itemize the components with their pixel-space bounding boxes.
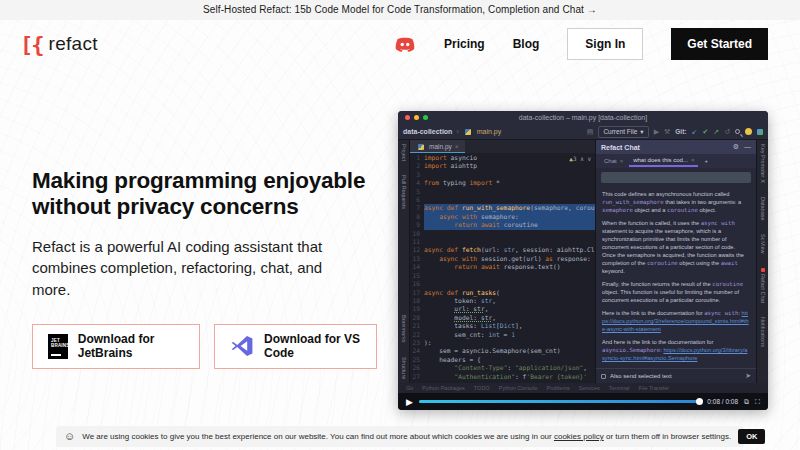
avatar[interactable] — [745, 128, 752, 135]
code-line[interactable]: 19 url: str, — [410, 305, 595, 313]
breadcrumb-project[interactable]: data-collection — [403, 128, 452, 135]
git-update-icon[interactable]: ↙ — [692, 128, 698, 136]
tool-window-button-pull-requests[interactable]: Pull Requests — [401, 175, 407, 209]
next-warning-icon[interactable]: ∨ — [587, 155, 591, 162]
run-config-dropdown[interactable]: Current File▾ — [598, 126, 648, 138]
minimize-panel-icon[interactable]: — — [744, 143, 751, 151]
tool-window-button-project[interactable]: Project — [401, 144, 407, 161]
chat-message: Here is the link to the documentation fo… — [602, 310, 750, 334]
close-icon[interactable]: × — [691, 157, 695, 163]
code-line[interactable]: 23): — [410, 339, 595, 347]
chat-input[interactable] — [601, 172, 751, 183]
tool-window-button-bookmarks[interactable]: Bookmarks — [401, 315, 407, 343]
chat-tabs: Chat×what does this cod...×+ — [596, 154, 756, 168]
code-line[interactable]: 20 model: str, — [410, 314, 595, 322]
code-line[interactable]: 15 — [410, 272, 595, 280]
tool-window-button-key-promoter-x[interactable]: Key Promoter X — [760, 144, 766, 183]
statusbar-tool-python-packages[interactable]: Python Packages — [422, 385, 465, 391]
git-rollback-icon[interactable]: ↺ — [724, 128, 730, 136]
download-jetbrains-button[interactable]: JET BRAINS Download for JetBrains — [32, 324, 200, 369]
sign-in-button[interactable]: Sign In — [567, 28, 643, 60]
git-label: Git: — [675, 128, 686, 135]
line-number: 14 — [410, 263, 424, 271]
refact-logo[interactable]: [{ refact — [20, 32, 98, 57]
search-icon[interactable] — [735, 129, 740, 134]
code-line[interactable]: 6 — [410, 196, 595, 204]
cookie-ok-button[interactable]: OK — [738, 429, 765, 444]
line-number: 19 — [410, 305, 424, 313]
code-line[interactable]: 16 — [410, 280, 595, 288]
code-line[interactable]: 18 token: str, — [410, 297, 595, 305]
tool-window-button-database[interactable]: Database — [760, 197, 766, 221]
statusbar-tool-terminal[interactable]: Terminal — [609, 385, 630, 391]
code-line[interactable]: 3 — [410, 171, 595, 179]
statusbar-tool-services[interactable]: Services — [579, 385, 600, 391]
code-line[interactable]: 1import asyncio — [410, 154, 595, 162]
git-push-icon[interactable]: ↗ — [713, 128, 719, 136]
cookies-policy-link[interactable]: cookies policy — [554, 432, 604, 441]
statusbar-tool-python-console[interactable]: Python Console — [499, 385, 538, 391]
code-line[interactable]: 21 tasks: List[Dict], — [410, 322, 595, 330]
send-icon[interactable]: ➤ — [745, 372, 751, 380]
new-chat-tab-button[interactable]: + — [704, 158, 708, 164]
code-line[interactable]: 7async def run_with_semaphore(semaphore,… — [410, 204, 595, 212]
picture-in-picture-icon[interactable]: ⧉ — [744, 398, 749, 406]
nav-blog[interactable]: Blog — [513, 37, 540, 51]
code-line[interactable]: 5 — [410, 188, 595, 196]
code-line[interactable]: 2import aiohttp — [410, 162, 595, 170]
code-line[interactable]: 10 — [410, 230, 595, 238]
code-area[interactable]: ▲3 ∧ ∨ 1import asyncio2import aiohttp3 4… — [410, 153, 595, 383]
chat-tab[interactable]: what does this cod...× — [629, 155, 698, 167]
editor-tab-mainpy[interactable]: main.py × — [410, 140, 465, 153]
tool-window-button-sciview[interactable]: SciView — [760, 234, 766, 253]
code-line[interactable]: 25 headers = { — [410, 356, 595, 364]
send-selected-checkbox[interactable] — [601, 374, 606, 379]
statusbar-tool-git[interactable]: Git — [406, 385, 413, 391]
line-number: 23 — [410, 339, 424, 347]
chat-tab[interactable]: Chat× — [600, 156, 627, 166]
get-started-button[interactable]: Get Started — [671, 28, 768, 60]
code-line[interactable]: 26 "Content-Type": "application/json", — [410, 364, 595, 372]
build-icon[interactable]: ⚒ — [664, 128, 670, 136]
announcement-banner[interactable]: Self-Hosted Refact: 15b Code Model for C… — [0, 0, 800, 20]
code-line[interactable]: 24 sem = asyncio.Semaphore(sem_cnt) — [410, 347, 595, 355]
close-icon[interactable]: × — [455, 143, 459, 150]
ide-statusbar: GitPython PackagesTODOPython ConsoleProb… — [398, 383, 768, 393]
code-line[interactable]: 12async def fetch(url: str, session: aio… — [410, 246, 595, 254]
tool-window-button-refact-chat[interactable]: Refact Chat — [760, 268, 766, 303]
close-icon[interactable]: × — [620, 158, 624, 164]
git-commit-icon[interactable]: ✔ — [702, 128, 708, 136]
nav-pricing[interactable]: Pricing — [444, 37, 485, 51]
device-selector-icon[interactable]: ▤ — [587, 128, 594, 136]
code-line[interactable]: 8 async with semaphore: — [410, 213, 595, 221]
editor-tab-label: main.py — [429, 143, 452, 150]
code-editor: main.py × ▲3 ∧ ∨ 1import asyncio2import … — [410, 140, 596, 383]
run-icon[interactable]: ▶ — [654, 128, 659, 136]
tool-window-button-structure[interactable]: Structure — [401, 357, 407, 379]
statusbar-tool-todo[interactable]: TODO — [474, 385, 490, 391]
fullscreen-icon[interactable]: ⛶ — [755, 398, 760, 406]
statusbar-tool-problems[interactable]: Problems — [546, 385, 569, 391]
refact-chat-panel: Refact Chat ⚙ — Chat×what does this cod.… — [596, 140, 756, 383]
code-line[interactable]: 13 async with session.get(url) as respon… — [410, 255, 595, 263]
line-number: 22 — [410, 331, 424, 339]
statusbar-tool-file-transfer[interactable]: File Transfer — [639, 385, 670, 391]
prev-warning-icon[interactable]: ∧ — [580, 155, 584, 162]
download-vscode-button[interactable]: Download for VS Code — [214, 324, 377, 369]
breadcrumb-file[interactable]: main.py — [477, 128, 502, 135]
play-icon[interactable]: ▶ — [406, 397, 413, 407]
tool-window-button-notifications[interactable]: Notifications — [760, 317, 766, 347]
code-line[interactable]: 27 "Authentication": f'Bearer {token}' — [410, 373, 595, 381]
discord-icon[interactable] — [394, 36, 416, 53]
line-number: 5 — [410, 188, 424, 196]
code-line[interactable]: 9 return await coroutine — [410, 221, 595, 229]
gear-icon[interactable]: ⚙ — [733, 143, 739, 151]
code-line[interactable]: 22 sem_cnt: int = 1 — [410, 331, 595, 339]
code-line[interactable]: 17async def run_tasks( — [410, 289, 595, 297]
plugin-icon[interactable] — [757, 129, 763, 135]
inspections-widget[interactable]: ▲3 ∧ ∨ — [569, 155, 591, 163]
code-line[interactable]: 11 — [410, 238, 595, 246]
code-line[interactable]: 4from typing import * — [410, 179, 595, 187]
video-progress-bar[interactable] — [419, 400, 701, 403]
code-line[interactable]: 14 return await response.text() — [410, 263, 595, 271]
